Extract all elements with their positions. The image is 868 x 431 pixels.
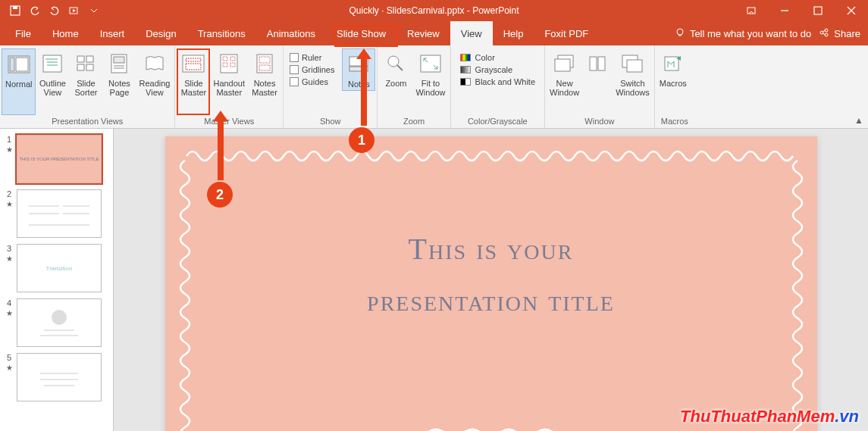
animation-star-icon: ★ <box>6 255 13 263</box>
thumbnail-5[interactable]: 5★ <box>2 351 111 406</box>
fit-window-icon <box>418 52 443 76</box>
fit-to-window-button[interactable]: Fit to Window <box>412 48 448 115</box>
thumbnail-1[interactable]: 1★ THIS IS YOUR PRESENTATION TITLE <box>2 133 111 188</box>
maximize-icon[interactable] <box>801 0 835 21</box>
notes-page-button[interactable]: Notes Page <box>102 48 136 115</box>
bw-swatch-icon <box>460 78 471 86</box>
grayscale-swatch-icon <box>460 66 471 73</box>
slide-sorter-icon <box>74 52 98 76</box>
tell-me-search[interactable]: Tell me what you want to do <box>675 27 811 40</box>
minimize-icon[interactable] <box>768 0 801 21</box>
slide-title-text[interactable]: This is your presentation title <box>367 220 615 329</box>
switch-windows-button[interactable]: Switch Windows <box>613 48 653 115</box>
animation-star-icon: ★ <box>6 309 13 317</box>
title-bar: Quickly · SlidesCarnival.pptx - PowerPoi… <box>0 0 868 21</box>
tab-view[interactable]: View <box>450 21 493 45</box>
svg-rect-48 <box>590 57 597 70</box>
handout-master-button[interactable]: Handout Master <box>210 48 248 115</box>
ruler-checkbox[interactable]: Ruler <box>285 52 339 64</box>
share-button[interactable]: Share <box>819 27 860 40</box>
arrange-all-button[interactable] <box>582 48 613 115</box>
lightbulb-icon <box>675 27 685 40</box>
slide-canvas[interactable]: This is your presentation title <box>165 136 817 431</box>
outline-view-button[interactable]: Outline View <box>36 48 69 115</box>
macros-icon <box>661 52 685 76</box>
svg-rect-51 <box>627 60 642 72</box>
animation-star-icon: ★ <box>6 200 13 208</box>
tell-me-label: Tell me what you want to do <box>690 28 811 39</box>
ribbon: Normal Outline View Slide Sorter Notes P… <box>0 45 868 129</box>
slide-sorter-button[interactable]: Slide Sorter <box>69 48 102 115</box>
group-window: New Window Switch Windows Window <box>545 45 655 128</box>
ribbon-display-icon[interactable] <box>735 0 768 21</box>
svg-point-8 <box>677 29 683 35</box>
reading-view-button[interactable]: Reading View <box>136 48 173 115</box>
gridlines-checkbox[interactable]: Gridlines <box>285 64 339 76</box>
macros-button[interactable]: Macros <box>656 48 690 115</box>
tab-insert[interactable]: Insert <box>89 21 136 45</box>
tab-foxit[interactable]: Foxit PDF <box>534 21 599 45</box>
normal-view-button[interactable]: Normal <box>2 48 36 115</box>
svg-rect-5 <box>814 7 822 14</box>
slide-master-button[interactable]: Slide Master <box>177 48 210 115</box>
slide-thumbnails[interactable]: 1★ THIS IS YOUR PRESENTATION TITLE 2★ 3★… <box>0 129 114 431</box>
color-button[interactable]: Color <box>457 52 538 64</box>
grayscale-button[interactable]: Grayscale <box>457 64 538 76</box>
qat-dropdown-icon[interactable] <box>85 2 103 20</box>
zoom-button[interactable]: Zoom <box>379 48 412 115</box>
collapse-ribbon-icon[interactable]: ▲ <box>853 114 865 126</box>
group-show: Ruler Gridlines Guides Notes Show <box>284 45 378 128</box>
wave-decoration <box>423 426 559 431</box>
black-white-button[interactable]: Black and White <box>457 76 538 88</box>
group-macros: Macros Macros <box>655 45 694 128</box>
notes-master-icon <box>252 52 277 76</box>
svg-rect-3 <box>747 8 755 14</box>
svg-rect-24 <box>77 64 84 70</box>
group-label-master-views: Master Views <box>177 115 281 128</box>
zoom-icon <box>384 52 408 76</box>
svg-rect-45 <box>421 55 440 72</box>
svg-point-59 <box>52 310 67 325</box>
tab-home[interactable]: Home <box>42 21 89 45</box>
group-label-show: Show <box>285 115 375 128</box>
outline-view-icon <box>40 52 64 76</box>
handout-master-icon <box>217 52 241 76</box>
start-from-beginning-icon[interactable] <box>65 2 83 20</box>
svg-rect-27 <box>114 57 124 63</box>
tab-slideshow[interactable]: Slide Show <box>326 21 396 45</box>
tab-review[interactable]: Review <box>396 21 450 45</box>
svg-rect-42 <box>349 67 368 71</box>
notes-master-button[interactable]: Notes Master <box>248 48 281 115</box>
tab-help[interactable]: Help <box>493 21 534 45</box>
guides-checkbox[interactable]: Guides <box>285 76 339 88</box>
group-label-zoom: Zoom <box>379 115 448 128</box>
new-window-button[interactable]: New Window <box>547 48 582 115</box>
quick-access-toolbar <box>0 2 103 20</box>
svg-rect-23 <box>86 56 93 62</box>
thumbnail-4[interactable]: 4★ <box>2 297 111 351</box>
undo-icon[interactable] <box>26 2 44 20</box>
group-color-grayscale: Color Grayscale Black and White Color/Gr… <box>451 45 545 128</box>
svg-text:Transition: Transition <box>46 265 73 272</box>
close-icon[interactable] <box>835 0 868 21</box>
svg-rect-49 <box>598 57 605 70</box>
share-icon <box>819 27 829 40</box>
group-label-color: Color/Grayscale <box>453 115 543 128</box>
slide-master-icon <box>181 52 205 76</box>
checkbox-icon <box>290 77 299 86</box>
arrange-icon <box>585 52 609 76</box>
thumbnail-2[interactable]: 2★ <box>2 188 111 242</box>
tab-design[interactable]: Design <box>135 21 186 45</box>
redo-icon[interactable] <box>45 2 64 20</box>
tab-animations[interactable]: Animations <box>256 21 326 45</box>
window-title: Quickly · SlidesCarnival.pptx - PowerPoi… <box>349 5 519 16</box>
svg-rect-47 <box>555 59 570 71</box>
svg-line-44 <box>397 65 403 70</box>
notes-button[interactable]: Notes <box>342 48 375 91</box>
tab-file[interactable]: File <box>5 21 42 45</box>
tab-transitions[interactable]: Transitions <box>187 21 256 45</box>
share-label: Share <box>834 28 860 39</box>
thumbnail-3[interactable]: 3★ Transition <box>2 242 111 297</box>
checkbox-icon <box>290 53 299 62</box>
save-icon[interactable] <box>6 2 24 20</box>
